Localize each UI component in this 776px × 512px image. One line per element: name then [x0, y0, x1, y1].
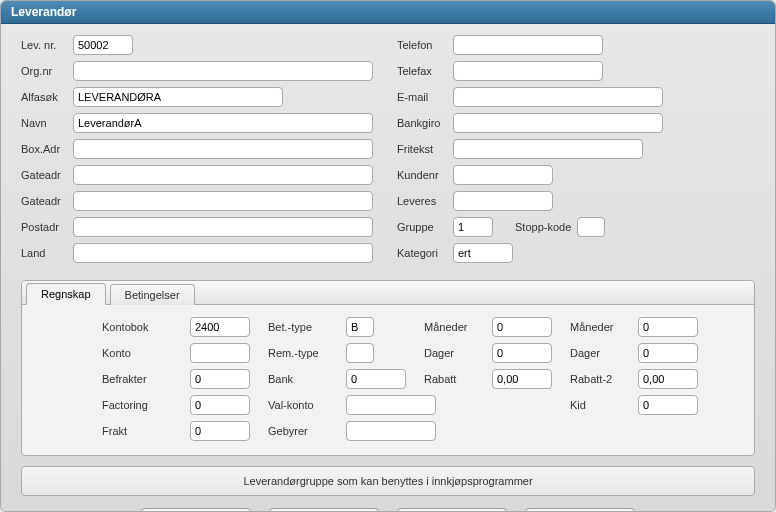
email-input[interactable] [453, 87, 663, 107]
window-title: Leverandør [1, 1, 775, 24]
lev-nr-label: Lev. nr. [21, 39, 73, 51]
fritekst-label: Fritekst [397, 143, 453, 155]
remtype-input[interactable] [346, 343, 374, 363]
dager1-input[interactable] [492, 343, 552, 363]
leveres-input[interactable] [453, 191, 553, 211]
maneder2-label: Måneder [570, 321, 630, 333]
valkonto-label: Val-konto [268, 399, 338, 411]
konto-label: Konto [102, 347, 182, 359]
rabatt-input[interactable] [492, 369, 552, 389]
postadr-input[interactable] [73, 217, 373, 237]
alfasok-label: Alfasøk [21, 91, 73, 103]
land-input[interactable] [73, 243, 373, 263]
email-label: E-mail [397, 91, 453, 103]
kjop-button[interactable]: Kjøp [397, 508, 507, 512]
kid-input[interactable] [638, 395, 698, 415]
frakt-label: Frakt [102, 425, 182, 437]
bankgiro-input[interactable] [453, 113, 663, 133]
gateadr2-label: Gateadr [21, 195, 73, 207]
telefon-label: Telefon [397, 39, 453, 51]
navn-label: Navn [21, 117, 73, 129]
info-bar: Leverandørgruppe som kan benyttes i innk… [21, 466, 755, 496]
org-nr-label: Org.nr [21, 65, 73, 77]
boxadr-label: Box.Adr [21, 143, 73, 155]
gebyrer-label: Gebyrer [268, 425, 338, 437]
epost-button[interactable]: E-postadr [269, 508, 379, 512]
org-nr-input[interactable] [73, 61, 373, 81]
rabatt2-input[interactable] [638, 369, 698, 389]
right-column: Telefon Telefax E-mail Bankgiro Fritekst [397, 34, 755, 268]
tab-betingelser[interactable]: Betingelser [110, 284, 195, 305]
tab-regnskap[interactable]: Regnskap [26, 283, 106, 305]
maneder1-label: Måneder [424, 321, 484, 333]
postadr-label: Postadr [21, 221, 73, 233]
gateadr2-input[interactable] [73, 191, 373, 211]
telefax-input[interactable] [453, 61, 603, 81]
bank-input[interactable] [346, 369, 406, 389]
tabbox: Regnskap Betingelser Kontobok Bet.-type … [21, 280, 755, 456]
befrakter-input[interactable] [190, 369, 250, 389]
factoring-input[interactable] [190, 395, 250, 415]
leveres-label: Leveres [397, 195, 453, 207]
bank-label: Bank [268, 373, 338, 385]
ean-button[interactable]: EAN-lokasjonsnr [141, 508, 251, 512]
maneder2-input[interactable] [638, 317, 698, 337]
kundenr-input[interactable] [453, 165, 553, 185]
form-area: Lev. nr. Org.nr Alfasøk Navn Box.Adr [1, 24, 775, 272]
kategori-label: Kategori [397, 247, 453, 259]
land-label: Land [21, 247, 73, 259]
lev-nr-input[interactable] [73, 35, 133, 55]
left-column: Lev. nr. Org.nr Alfasøk Navn Box.Adr [21, 34, 379, 268]
dager2-label: Dager [570, 347, 630, 359]
stoppkode-label: Stopp-kode [515, 221, 571, 233]
factoring-label: Factoring [102, 399, 182, 411]
gateadr1-label: Gateadr [21, 169, 73, 181]
valkonto-input[interactable] [346, 395, 436, 415]
kontobok-label: Kontobok [102, 321, 182, 333]
telefax-label: Telefax [397, 65, 453, 77]
navn-input[interactable] [73, 113, 373, 133]
stoppkode-input[interactable] [577, 217, 605, 237]
konto-input[interactable] [190, 343, 250, 363]
flere-butikker-button[interactable]: Flere butikker [525, 508, 635, 512]
telefon-input[interactable] [453, 35, 603, 55]
dager1-label: Dager [424, 347, 484, 359]
kundenr-label: Kundenr [397, 169, 453, 181]
tabstrip: Regnskap Betingelser [22, 281, 754, 305]
frakt-input[interactable] [190, 421, 250, 441]
tab-body-regnskap: Kontobok Bet.-type Måneder Måneder Konto… [22, 305, 754, 455]
kid-label: Kid [570, 399, 630, 411]
gruppe-label: Gruppe [397, 221, 453, 233]
befrakter-label: Befrakter [102, 373, 182, 385]
fritekst-input[interactable] [453, 139, 643, 159]
bettype-input[interactable] [346, 317, 374, 337]
bettype-label: Bet.-type [268, 321, 338, 333]
rabatt2-label: Rabatt-2 [570, 373, 630, 385]
maneder1-input[interactable] [492, 317, 552, 337]
boxadr-input[interactable] [73, 139, 373, 159]
remtype-label: Rem.-type [268, 347, 338, 359]
kategori-input[interactable] [453, 243, 513, 263]
dager2-input[interactable] [638, 343, 698, 363]
alfasok-input[interactable] [73, 87, 283, 107]
gateadr1-input[interactable] [73, 165, 373, 185]
supplier-window: Leverandør Lev. nr. Org.nr Alfasøk Navn [0, 0, 776, 512]
rabatt-label: Rabatt [424, 373, 484, 385]
gebyrer-input[interactable] [346, 421, 436, 441]
kontobok-input[interactable] [190, 317, 250, 337]
bankgiro-label: Bankgiro [397, 117, 453, 129]
button-row-1: EAN-lokasjonsnr E-postadr Kjøp Flere but… [1, 508, 775, 512]
gruppe-input[interactable] [453, 217, 493, 237]
